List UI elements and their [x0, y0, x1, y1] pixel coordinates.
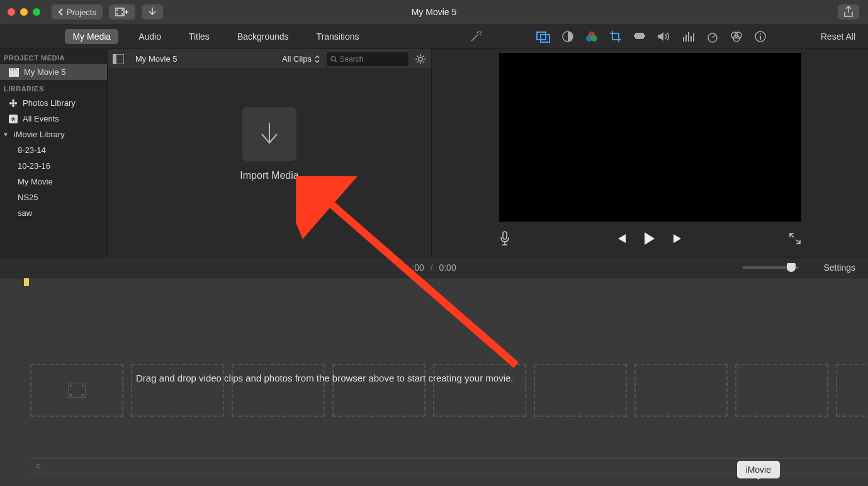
timeline-placeholder[interactable]	[735, 364, 828, 417]
timeline-placeholder[interactable]	[534, 364, 627, 417]
svg-point-35	[331, 56, 335, 60]
color-balance-icon[interactable]	[561, 30, 574, 43]
svg-rect-42	[82, 394, 84, 396]
timeline-placeholder[interactable]	[232, 364, 325, 417]
imovie-library-label: iMovie Library	[14, 130, 65, 139]
timeline-placeholder[interactable]	[433, 364, 526, 417]
import-media-button[interactable]	[242, 107, 296, 161]
zoom-slider-thumb[interactable]	[787, 263, 796, 272]
timeline[interactable]: Drag and drop video clips and photos fro…	[0, 278, 868, 486]
svg-rect-15	[685, 35, 687, 42]
fullscreen-window-button[interactable]	[33, 8, 40, 16]
timeline-hint: Drag and drop video clips and photos fro…	[136, 373, 513, 383]
sidebar: PROJECT MEDIA My Movie 5 LIBRARIES Photo…	[0, 49, 107, 257]
minimize-window-button[interactable]	[20, 8, 28, 16]
sidebar-event-item[interactable]: saw	[0, 205, 107, 221]
zoom-slider[interactable]	[742, 266, 799, 269]
total-time: 0:00	[439, 263, 456, 273]
star-icon	[9, 115, 18, 123]
svg-rect-2	[116, 13, 118, 14]
main-area: PROJECT MEDIA My Movie 5 LIBRARIES Photo…	[0, 49, 868, 257]
svg-point-10	[591, 35, 597, 42]
download-arrow-large-icon	[258, 120, 281, 148]
timeline-placeholder[interactable]	[30, 364, 123, 417]
timeline-placeholder[interactable]	[131, 364, 224, 417]
sidebar-event-item[interactable]: 10-23-16	[0, 158, 107, 174]
traffic-lights	[0, 8, 40, 16]
clips-filter-dropdown[interactable]: All Clips	[282, 54, 320, 64]
fullscreen-icon[interactable]	[789, 232, 801, 245]
search-box[interactable]	[327, 52, 409, 66]
import-media-label: Import Media	[240, 170, 298, 181]
preview-controls	[499, 225, 801, 252]
filter-label: All Clips	[282, 54, 312, 64]
sidebar-photos-library[interactable]: Photos Library	[0, 95, 107, 111]
filmstrip-icon	[115, 8, 129, 16]
color-correction-icon[interactable]	[585, 30, 598, 43]
svg-rect-18	[693, 33, 694, 42]
all-events-label: All Events	[23, 114, 59, 123]
timeline-settings-button[interactable]: Settings	[823, 263, 855, 273]
clapperboard-icon	[9, 68, 19, 77]
timeline-placeholder[interactable]	[332, 364, 426, 417]
projects-button[interactable]: Projects	[52, 4, 103, 20]
tab-audio[interactable]: Audio	[131, 29, 169, 44]
reset-all-button[interactable]: Reset All	[821, 31, 855, 42]
tab-my-media[interactable]: My Media	[65, 29, 118, 44]
film-icon	[68, 383, 86, 398]
svg-rect-12	[634, 35, 635, 37]
project-media-header: PROJECT MEDIA	[0, 49, 107, 64]
svg-rect-4	[121, 13, 123, 14]
tab-titles[interactable]: Titles	[181, 29, 217, 44]
adjust-icons	[536, 30, 767, 43]
tab-transitions[interactable]: Transitions	[309, 29, 367, 44]
skip-back-icon[interactable]	[616, 233, 627, 244]
svg-point-30	[9, 102, 12, 105]
flower-icon	[9, 99, 18, 108]
browser-header: My Movie 5 All Clips	[108, 49, 431, 69]
svg-rect-40	[70, 394, 72, 396]
svg-point-24	[760, 33, 761, 35]
magic-wand-icon[interactable]	[470, 30, 482, 43]
sidebar-imovie-library[interactable]: ▼ iMovie Library	[0, 127, 107, 142]
equalizer-icon[interactable]	[682, 31, 695, 42]
crop-icon[interactable]	[609, 30, 622, 43]
close-window-button[interactable]	[8, 8, 15, 16]
timeline-placeholder[interactable]	[634, 364, 728, 417]
sidebar-all-events[interactable]: All Events	[0, 111, 107, 127]
microphone-icon[interactable]	[499, 231, 510, 246]
projects-label: Projects	[67, 8, 96, 17]
svg-rect-14	[683, 37, 684, 42]
play-icon[interactable]	[643, 232, 656, 246]
svg-rect-37	[503, 232, 507, 239]
svg-rect-1	[116, 9, 118, 11]
volume-icon[interactable]	[657, 31, 671, 42]
tabs-row: My Media Audio Titles Backgrounds Transi…	[0, 24, 868, 49]
gear-icon[interactable]	[415, 54, 426, 65]
media-browser: My Movie 5 All Clips Import Media	[107, 49, 432, 257]
svg-point-29	[12, 105, 14, 107]
filter-icon[interactable]	[730, 31, 743, 42]
disclosure-triangle-icon[interactable]: ▼	[3, 131, 9, 138]
overlay-icon[interactable]	[536, 30, 550, 43]
import-toolbar-button[interactable]	[142, 4, 163, 20]
stabilize-icon[interactable]	[633, 31, 646, 42]
tab-backgrounds[interactable]: Backgrounds	[230, 29, 296, 44]
speed-icon[interactable]	[706, 30, 719, 43]
sidebar-event-item[interactable]: NS25	[0, 189, 107, 205]
timeline-placeholder[interactable]	[836, 364, 868, 417]
skip-forward-icon[interactable]	[672, 233, 684, 244]
search-input[interactable]	[340, 55, 405, 64]
timeline-header: :00 / 0:00 Settings	[0, 257, 868, 278]
share-button[interactable]	[838, 4, 859, 20]
sidebar-event-item[interactable]: 8-23-14	[0, 142, 107, 158]
sidebar-project-item[interactable]: My Movie 5	[0, 64, 107, 80]
toolbar-buttons: Projects	[52, 4, 163, 20]
view-toolbar-button[interactable]	[109, 4, 135, 20]
svg-rect-39	[70, 385, 72, 387]
time-display: :00 / 0:00	[412, 263, 456, 273]
info-icon[interactable]	[754, 30, 767, 43]
playhead-marker[interactable]	[24, 278, 29, 286]
sidebar-event-item[interactable]: My Movie	[0, 174, 107, 189]
sidebar-toggle-icon[interactable]	[113, 54, 124, 64]
